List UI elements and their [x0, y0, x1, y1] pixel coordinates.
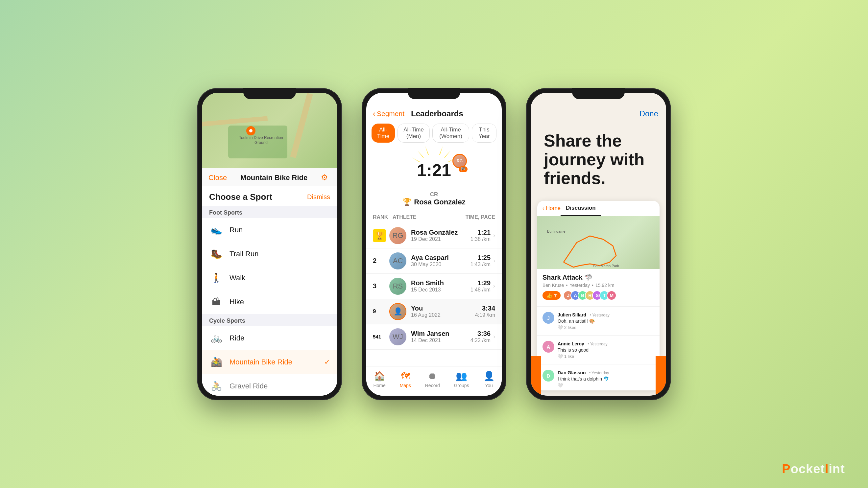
pace-you: 4:19 /km: [475, 312, 495, 318]
tab-discussion[interactable]: Discussion: [561, 201, 601, 216]
leaderboard-row-1[interactable]: 🏆 RG Rosa González 19 Dec 2021 1:21 1:38…: [366, 223, 502, 249]
phone-3: Done Share thejourney withfriends. ‹ Hom…: [526, 88, 671, 400]
filter-bar: All-Time All-Time (Men) All-Time (Women)…: [366, 122, 502, 147]
orange-bar-right: [656, 356, 666, 396]
nav-record[interactable]: ⏺ Record: [425, 371, 440, 388]
leaderboard-row-you[interactable]: 9 👤 You 16 Aug 2022 3:34 4:19 /km: [366, 299, 502, 324]
home-icon: 🏠: [374, 371, 385, 382]
filter-alltime[interactable]: All-Time: [372, 124, 395, 142]
heart-icon-dan: 🤍: [558, 383, 563, 388]
time-info-ron: 1:29 1:48 /km: [470, 279, 491, 293]
cr-time-display: 1:21: [417, 160, 451, 180]
filter-alltime-men[interactable]: All-Time (Men): [398, 124, 430, 142]
back-label: Segment: [377, 110, 404, 118]
athlete-name-rosa: Rosa González: [411, 229, 470, 236]
comment-time-julien: • Yesterday: [590, 313, 610, 318]
comment-time-annie: • Yesterday: [588, 342, 607, 346]
time-rosa: 1:21: [470, 229, 491, 236]
svg-text:San Mateo Park: San Mateo Park: [593, 264, 619, 268]
activity-card: ‹ Home Discussion Burlingame San Mateo P…: [537, 201, 659, 390]
chevron-icon-1: ›: [493, 232, 495, 239]
time-info-you: 3:34 4:19 /km: [475, 305, 495, 318]
filter-alltime-women[interactable]: All-Time (Women): [432, 124, 469, 142]
sport-item-mtb[interactable]: 🚵 Mountain Bike Ride ✓: [202, 350, 337, 374]
card-back-button[interactable]: ‹ Home: [542, 201, 561, 216]
gravel-icon: 🚴: [209, 379, 224, 393]
nav-you-label: You: [485, 383, 493, 388]
comment-body-annie: Annie Leroy • Yesterday This is so good …: [558, 341, 608, 359]
page-title: Mountain Bike Ride: [240, 173, 307, 182]
watermark-ocket: ocket: [791, 462, 825, 476]
time-aya: 1:25: [470, 254, 491, 262]
pace-ron: 1:48 /km: [470, 287, 491, 293]
table-header: RANK ATHLETE TIME, PACE: [366, 212, 502, 223]
filter-this-year[interactable]: This Year: [472, 124, 496, 142]
sport-item-hike[interactable]: 🏔 Hike: [202, 290, 337, 314]
cr-athlete-name: 🏆 Rosa Gonzalez: [402, 198, 465, 206]
route-svg: Burlingame San Mateo Park: [537, 216, 659, 269]
divider-2: [537, 335, 659, 335]
leaderboard-row-wim[interactable]: 541 WJ Wim Jansen 14 Dec 2021 3:36 4:22 …: [366, 324, 502, 350]
walk-icon: 🚶: [209, 271, 224, 285]
time-you: 3:34: [475, 305, 495, 312]
nav-maps[interactable]: 🗺 Maps: [400, 371, 411, 388]
you-icon: 👤: [483, 371, 495, 382]
screen-2: ‹ Segment Leaderboards All-Time All-Time…: [366, 93, 502, 396]
athlete-date-aya: 30 May 2020: [411, 262, 470, 267]
choose-sport-title: Choose a Sport: [209, 192, 272, 202]
hero-title: Share thejourney withfriends.: [544, 131, 653, 188]
comment-julien: J Julien Sillard • Yesterday Ooh, an art…: [537, 309, 659, 332]
card-map-bg: Burlingame San Mateo Park: [537, 216, 659, 269]
pace-aya: 1:43 /km: [470, 262, 491, 267]
nav-maps-label: Maps: [400, 383, 411, 388]
athlete-name-you: You: [411, 305, 475, 312]
cr-visual: RG 🏁 1:21: [401, 151, 467, 190]
sport-item-run[interactable]: 👟 Run: [202, 218, 337, 242]
thumbs-up-icon: 👍: [547, 292, 553, 298]
dismiss-button[interactable]: Dismiss: [307, 193, 330, 201]
col-time-pace: TIME, PACE: [466, 214, 495, 220]
chevron-icon-2: ›: [493, 257, 495, 264]
back-button[interactable]: ‹ Segment: [373, 109, 404, 118]
selected-checkmark: ✓: [324, 358, 330, 366]
rank-2: 2: [373, 257, 389, 264]
avatar-rosa: RG: [389, 227, 406, 244]
nav-home[interactable]: 🏠 Home: [373, 371, 385, 388]
chevron-icon-wim: ›: [493, 333, 495, 340]
divider-1: [537, 306, 659, 306]
watermark-int: int: [829, 462, 845, 476]
time-wim: 3:36: [470, 330, 491, 337]
sport-name-hike: Hike: [229, 298, 244, 306]
rank-1-crown: 🏆: [373, 229, 386, 242]
notch-1: [243, 88, 296, 99]
sport-name-trailrun: Trail Run: [229, 250, 258, 258]
leaderboard-title: Leaderboards: [411, 109, 463, 118]
done-button[interactable]: Done: [640, 109, 658, 118]
sport-item-ride[interactable]: 🚲 Ride: [202, 326, 337, 350]
maps-icon: 🗺: [401, 371, 410, 382]
close-button[interactable]: Close: [209, 173, 227, 182]
avatar-you: 👤: [389, 303, 406, 320]
phone-2: ‹ Segment Leaderboards All-Time All-Time…: [362, 88, 506, 400]
like-button[interactable]: 👍 7: [542, 291, 561, 300]
athlete-info-you: You 16 Aug 2022: [411, 305, 475, 318]
gear-icon[interactable]: ⚙: [321, 173, 331, 183]
nav-you[interactable]: 👤 You: [483, 371, 495, 388]
nav-groups[interactable]: 👥 Groups: [454, 371, 469, 388]
sport-item-trailrun[interactable]: 🥾 Trail Run: [202, 242, 337, 266]
comment-annie: A Annie Leroy • Yesterday This is so goo…: [537, 338, 659, 361]
sport-item-gravel[interactable]: 🚴 Gravel Ride: [202, 374, 337, 396]
activity-meta: Ben Kruse • Yesterday • 15.92 km: [542, 283, 654, 288]
leaderboard-row-2[interactable]: 2 AC Aya Caspari 30 May 2020 1:25 1:43 /…: [366, 249, 502, 274]
comment-likes-julien: 🤍 2 likes: [558, 325, 610, 330]
athlete-name-wim: Wim Jansen: [411, 330, 470, 337]
card-map: Burlingame San Mateo Park: [537, 216, 659, 269]
leaderboard-row-3[interactable]: 3 RS Ron Smith 15 Dec 2013 1:29 1:48 /km…: [366, 274, 502, 299]
foot-sports-header: Foot Sports: [202, 206, 337, 218]
sport-name-mtb: Mountain Bike Ride: [229, 358, 292, 366]
athlete-name-ron: Ron Smith: [411, 279, 470, 287]
trailrun-icon: 🥾: [209, 247, 224, 261]
cycle-sports-header: Cycle Sports: [202, 314, 337, 326]
sport-item-walk[interactable]: 🚶 Walk: [202, 266, 337, 290]
avatar-7: M: [607, 291, 617, 300]
